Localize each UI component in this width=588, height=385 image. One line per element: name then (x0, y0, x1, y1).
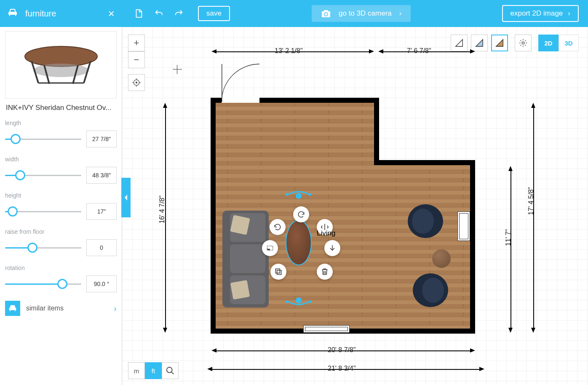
arrow-right-icon (479, 367, 484, 371)
similar-items-button[interactable]: similar items › (5, 301, 117, 316)
height-value[interactable]: 17" (86, 203, 117, 220)
rotation-property: rotation 90.0 ° (5, 265, 117, 292)
svg-point-2 (33, 64, 89, 77)
panel-header: furniture × (0, 7, 122, 20)
undo-icon[interactable] (152, 6, 166, 21)
svg-line-31 (171, 372, 174, 374)
camera-icon (321, 9, 331, 18)
top-bar: furniture × save go to 3D camera › expor… (0, 0, 588, 27)
rotate-cw-icon[interactable] (293, 206, 309, 222)
redo-icon[interactable] (172, 6, 186, 21)
zoom-in-button[interactable]: + (128, 35, 145, 51)
svg-rect-27 (267, 249, 270, 250)
width-slider[interactable] (5, 172, 81, 179)
arrow-left-icon (207, 367, 212, 371)
svg-point-30 (167, 367, 172, 373)
svg-rect-20 (230, 215, 250, 235)
arrow-left-icon (378, 49, 383, 53)
rotation-slider[interactable] (5, 281, 81, 287)
svg-rect-18 (230, 244, 265, 273)
raise-value[interactable]: 0 (86, 239, 117, 256)
svg-point-23 (412, 209, 434, 234)
length-label: length (5, 120, 117, 126)
rotate-ccw-icon[interactable] (270, 219, 286, 235)
zoom-out-button[interactable]: − (128, 51, 145, 68)
crosshair-icon (173, 65, 182, 74)
collapse-sidebar-tab[interactable] (121, 178, 131, 217)
arrow-down-icon (508, 328, 513, 333)
chevron-right-icon: › (114, 304, 117, 313)
view-wireframe-button[interactable] (451, 35, 468, 51)
view-shaded-button[interactable] (471, 35, 488, 51)
length-slider[interactable] (5, 136, 81, 142)
dimension-value: 21' 8 3/4" (328, 365, 356, 372)
arrow-up-icon (163, 103, 167, 108)
duplicate-icon[interactable] (270, 264, 286, 280)
zoom-controls: + − (128, 35, 145, 91)
2d-toggle[interactable]: 2D (538, 35, 559, 51)
height-property: height 17" (5, 192, 117, 220)
coffee-table-selected[interactable] (286, 220, 312, 265)
camera-button-label: go to 3D camera (339, 9, 392, 18)
sofa[interactable] (222, 211, 269, 307)
armchair[interactable] (404, 202, 443, 240)
svg-rect-29 (277, 270, 281, 275)
close-icon[interactable]: × (108, 7, 115, 20)
armchair[interactable] (413, 271, 452, 309)
rotate-arc-icon (286, 298, 312, 307)
rotation-value[interactable]: 90.0 ° (86, 275, 117, 292)
move-down-icon[interactable] (324, 240, 340, 256)
width-value[interactable]: 48 3/8" (86, 167, 117, 184)
dimension-toggle: 2D 3D (538, 35, 579, 51)
svg-point-4 (136, 82, 137, 83)
svg-point-25 (422, 278, 444, 303)
chevron-right-icon: › (399, 9, 402, 18)
arrow-right-icon (369, 49, 374, 53)
save-button[interactable]: save (198, 6, 230, 21)
room-label: Living (317, 229, 335, 238)
raise-slider[interactable] (5, 244, 81, 251)
3d-toggle[interactable]: 3D (559, 35, 579, 51)
length-property: length 27 7/8" (5, 120, 117, 147)
height-label: height (5, 192, 117, 199)
unit-ft-button[interactable]: ft (145, 362, 162, 379)
dimension-value: 11' 7" (505, 229, 512, 246)
go-to-3d-camera-button[interactable]: go to 3D camera › (312, 5, 411, 22)
dimension-line (510, 170, 511, 329)
delete-icon[interactable] (317, 264, 333, 280)
svg-rect-21 (230, 280, 250, 299)
unit-bar: m ft (128, 362, 179, 379)
floorplan-canvas[interactable]: + − 2D 3D (122, 27, 588, 385)
chair-icon (5, 301, 20, 316)
arrow-right-icon (470, 49, 475, 53)
arrow-right-icon (470, 348, 475, 353)
dimension-line (533, 107, 534, 329)
resize-icon[interactable] (262, 240, 278, 256)
dimension-value: 17' 4 5/8" (527, 187, 535, 215)
unit-m-button[interactable]: m (128, 362, 145, 379)
item-name: INK+IVY Sheridan Chestnut Ov... (6, 104, 117, 112)
search-button[interactable] (162, 362, 179, 379)
item-thumbnail[interactable] (5, 31, 117, 99)
settings-button[interactable] (515, 35, 532, 51)
side-table[interactable] (432, 249, 451, 268)
arrow-down-icon (531, 328, 535, 333)
dimension-value: 13' 2 1/8" (275, 47, 303, 55)
rotation-label: rotation (5, 265, 117, 271)
view-textured-button[interactable] (491, 35, 508, 51)
arrow-left-icon (211, 348, 216, 353)
view-options: 2D 3D (451, 35, 579, 51)
height-slider[interactable] (5, 208, 81, 215)
center-button[interactable] (128, 74, 145, 91)
dimension-value: 7' 6 7/8" (407, 47, 431, 55)
length-value[interactable]: 27 7/8" (86, 131, 117, 147)
width-label: width (5, 156, 117, 163)
export-2d-button[interactable]: export 2D image › (502, 5, 579, 22)
similar-items-label: similar items (26, 305, 108, 312)
new-file-icon[interactable] (131, 6, 146, 21)
rotate-arc-icon (286, 190, 312, 198)
svg-rect-28 (275, 269, 280, 273)
property-sidebar: INK+IVY Sheridan Chestnut Ov... length 2… (0, 27, 122, 385)
raise-label: raise from floor (5, 228, 117, 235)
arrow-down-icon (163, 328, 167, 333)
